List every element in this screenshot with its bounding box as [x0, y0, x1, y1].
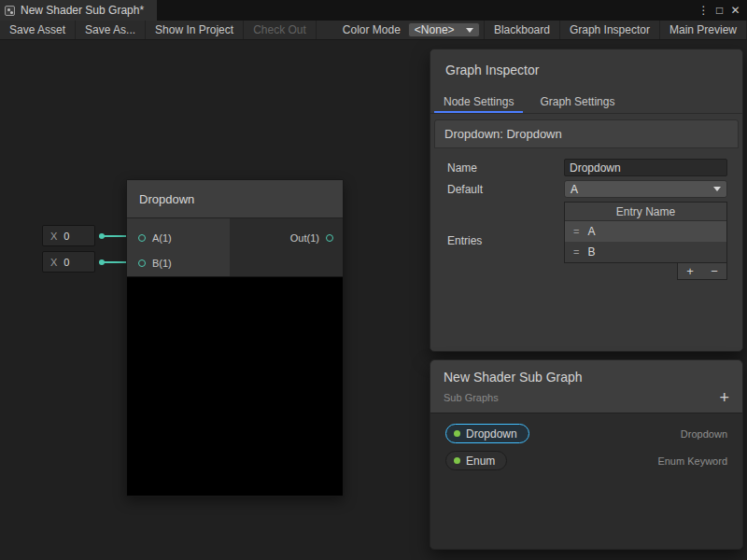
default-row: Default A — [447, 180, 727, 198]
output-port-row: Out(1) — [290, 225, 333, 250]
property-name: Dropdown — [466, 427, 517, 441]
add-entry-button[interactable]: + — [678, 263, 702, 279]
blackboard-row: Enum Enum Keyword — [445, 450, 727, 471]
port-a-icon[interactable] — [138, 234, 146, 242]
entries-list-footer: + − — [564, 263, 727, 280]
axis-value: 0 — [63, 257, 69, 268]
entries-list: Entry Name = A = B — [564, 202, 727, 263]
color-mode-dropdown[interactable]: <None> — [408, 22, 480, 37]
default-label: Default — [447, 183, 564, 196]
drag-handle-icon[interactable]: = — [573, 246, 579, 258]
blackboard-header: New Shader Sub Graph Sub Graphs + — [430, 360, 742, 413]
window-menu-icon[interactable]: ⋮ — [696, 0, 712, 21]
entry-name: A — [587, 225, 595, 238]
close-icon[interactable]: ✕ — [727, 0, 743, 21]
entries-row: Entries Entry Name = A = B — [447, 202, 727, 280]
color-mode-label: Color Mode — [317, 21, 408, 39]
inspector-title: Graph Inspector — [430, 49, 742, 90]
property-pill-dropdown[interactable]: Dropdown — [445, 424, 529, 443]
toolbar: Save Asset Save As... Show In Project Ch… — [0, 21, 747, 40]
titlebar: New Shader Sub Graph* ⋮ □ ✕ — [0, 0, 747, 21]
property-type: Enum Keyword — [657, 455, 727, 467]
default-dropdown[interactable]: A — [564, 180, 727, 198]
input-a-value-field[interactable]: X 0 — [42, 225, 95, 246]
node-input-ports: A(1) B(1) — [127, 218, 230, 276]
name-row: Name — [447, 159, 727, 176]
node-title: Dropdown — [139, 192, 194, 206]
input-b-value-field[interactable]: X 0 — [42, 251, 95, 273]
blackboard-panel: New Shader Sub Graph Sub Graphs + Dropdo… — [430, 359, 743, 550]
node-settings-section-title: Dropdown: Dropdown — [434, 119, 739, 148]
entry-item[interactable]: = B — [565, 242, 726, 262]
input-port-row-b: B(1) — [127, 250, 230, 275]
blackboard-subtitle: Sub Graphs — [444, 392, 729, 403]
main-preview-toggle-button[interactable]: Main Preview — [660, 21, 747, 39]
tab-title: New Shader Sub Graph* — [21, 4, 144, 17]
edge-start-dot — [99, 259, 105, 265]
name-label: Name — [447, 161, 564, 175]
drag-handle-icon[interactable]: = — [573, 226, 579, 237]
shader-graph-icon — [5, 6, 15, 16]
blackboard-title: New Shader Sub Graph — [444, 370, 729, 385]
shader-graph-window: New Shader Sub Graph* ⋮ □ ✕ Save Asset S… — [0, 0, 747, 560]
exposed-dot-icon — [454, 430, 460, 437]
dropdown-arrow-icon — [713, 187, 721, 191]
property-name: Enum — [466, 455, 495, 468]
entries-list-header: Entry Name — [565, 203, 726, 221]
input-b-label: B(1) — [152, 258, 172, 269]
show-in-project-button[interactable]: Show In Project — [146, 21, 244, 39]
default-value: A — [571, 183, 578, 196]
edge-start-dot — [99, 233, 105, 239]
node-output-ports: Out(1) — [230, 218, 343, 276]
port-b-icon[interactable] — [138, 259, 146, 267]
blackboard-toggle-button[interactable]: Blackboard — [484, 21, 560, 39]
window-controls: ⋮ □ ✕ — [696, 0, 747, 21]
remove-entry-button[interactable]: − — [702, 263, 726, 279]
check-out-button[interactable]: Check Out — [244, 21, 317, 39]
node-body: A(1) B(1) Out(1) — [127, 218, 343, 276]
graph-inspector-toggle-button[interactable]: Graph Inspector — [560, 21, 660, 39]
entries-list-wrap: Entry Name = A = B + − — [564, 202, 727, 280]
blackboard-row: Dropdown Dropdown — [445, 423, 727, 444]
save-asset-button[interactable]: Save Asset — [0, 21, 76, 39]
dropdown-node[interactable]: Dropdown A(1) B(1) Out(1) — [126, 179, 344, 497]
entry-item[interactable]: = A — [565, 221, 726, 242]
node-title-bar[interactable]: Dropdown — [127, 180, 343, 218]
save-as-button[interactable]: Save As... — [76, 21, 146, 39]
input-port-row-a: A(1) — [127, 225, 230, 250]
entry-name: B — [587, 245, 595, 259]
property-pill-enum[interactable]: Enum — [445, 451, 507, 470]
tab-graph-settings[interactable]: Graph Settings — [527, 90, 627, 113]
axis-label: X — [43, 257, 63, 268]
input-a-label: A(1) — [152, 232, 172, 244]
graph-inspector-panel: Graph Inspector Node Settings Graph Sett… — [430, 49, 743, 352]
inspector-tabs: Node Settings Graph Settings — [430, 90, 742, 114]
axis-label: X — [43, 231, 63, 242]
entries-label: Entries — [447, 234, 564, 247]
node-settings-form: Name Default A Entries Entry Name = — [430, 148, 742, 280]
blackboard-items: Dropdown Dropdown Enum Enum Keyword — [430, 413, 742, 481]
exposed-dot-icon — [454, 457, 460, 464]
add-property-button[interactable]: + — [719, 389, 729, 406]
property-type: Dropdown — [681, 428, 727, 440]
tab-node-settings[interactable]: Node Settings — [430, 90, 527, 113]
name-input[interactable] — [564, 159, 727, 176]
node-preview — [127, 276, 343, 496]
port-out-icon[interactable] — [326, 234, 333, 242]
dropdown-arrow-icon — [466, 28, 473, 33]
axis-value: 0 — [63, 231, 69, 242]
color-mode-value: <None> — [415, 23, 455, 36]
output-label: Out(1) — [290, 232, 319, 244]
add-remove-box: + − — [677, 263, 727, 280]
maximize-icon[interactable]: □ — [712, 0, 727, 21]
document-tab[interactable]: New Shader Sub Graph* — [0, 0, 157, 21]
